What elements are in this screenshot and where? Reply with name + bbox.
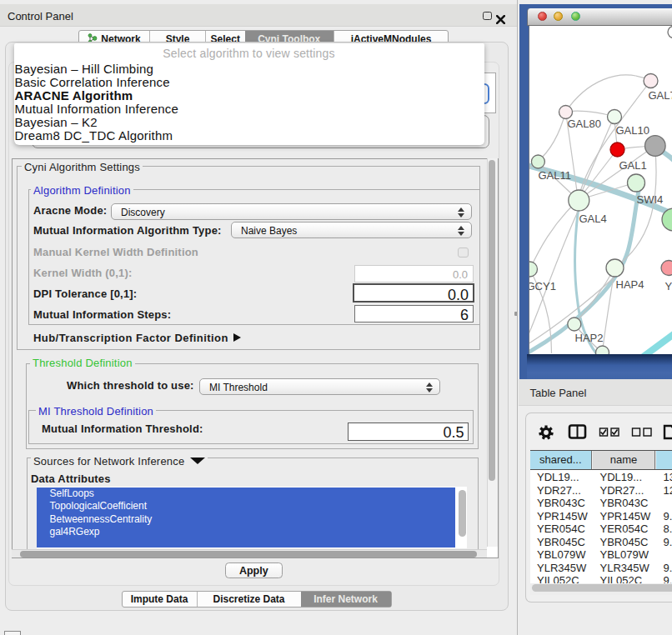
svg-text:SWI4: SWI4: [636, 193, 663, 206]
svg-text:GAL1: GAL1: [619, 159, 646, 172]
svg-text:GCY1: GCY1: [529, 280, 556, 292]
svg-text:GAL10: GAL10: [615, 124, 649, 137]
svg-text:HAP4: HAP4: [615, 278, 644, 291]
svg-text:GAL11: GAL11: [538, 169, 571, 182]
svg-text:GAL7: GAL7: [648, 89, 672, 102]
svg-text:HAP2: HAP2: [574, 332, 603, 344]
svg-text:Y: Y: [664, 280, 672, 292]
svg-text:GAL4: GAL4: [579, 212, 606, 225]
svg-text:GAL80: GAL80: [567, 118, 600, 130]
